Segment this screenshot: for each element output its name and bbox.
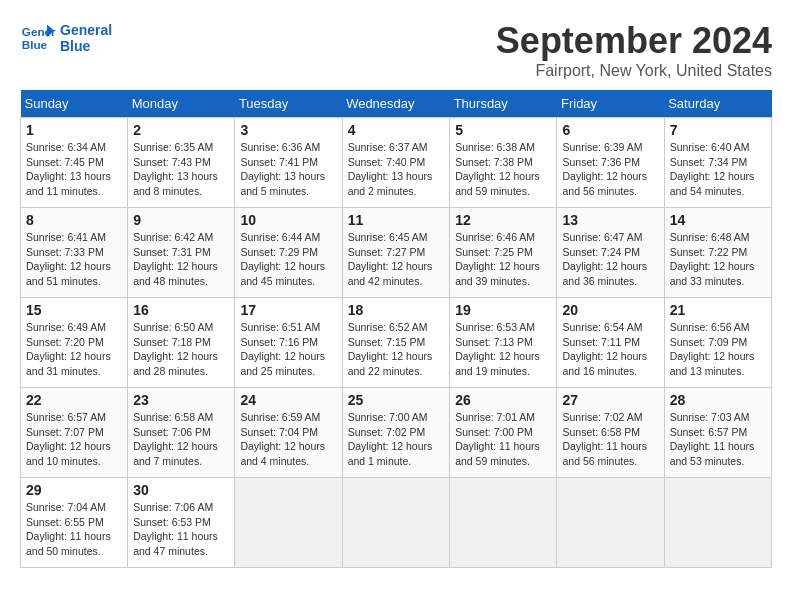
weekday-header-row: SundayMondayTuesdayWednesdayThursdayFrid…	[21, 90, 772, 118]
day-info: Sunrise: 6:50 AM Sunset: 7:18 PM Dayligh…	[133, 320, 229, 379]
calendar-row: 15 Sunrise: 6:49 AM Sunset: 7:20 PM Dayl…	[21, 298, 772, 388]
day-info: Sunrise: 6:59 AM Sunset: 7:04 PM Dayligh…	[240, 410, 336, 469]
calendar-cell: 11 Sunrise: 6:45 AM Sunset: 7:27 PM Dayl…	[342, 208, 450, 298]
day-number: 14	[670, 212, 766, 228]
day-info: Sunrise: 6:44 AM Sunset: 7:29 PM Dayligh…	[240, 230, 336, 289]
day-info: Sunrise: 6:54 AM Sunset: 7:11 PM Dayligh…	[562, 320, 658, 379]
calendar-cell: 17 Sunrise: 6:51 AM Sunset: 7:16 PM Dayl…	[235, 298, 342, 388]
month-title: September 2024	[496, 20, 772, 62]
logo-text: GeneralBlue	[60, 22, 112, 54]
calendar-cell	[450, 478, 557, 568]
day-info: Sunrise: 6:36 AM Sunset: 7:41 PM Dayligh…	[240, 140, 336, 199]
day-number: 1	[26, 122, 122, 138]
day-info: Sunrise: 7:02 AM Sunset: 6:58 PM Dayligh…	[562, 410, 658, 469]
calendar-cell: 27 Sunrise: 7:02 AM Sunset: 6:58 PM Dayl…	[557, 388, 664, 478]
calendar-cell: 25 Sunrise: 7:00 AM Sunset: 7:02 PM Dayl…	[342, 388, 450, 478]
calendar-cell: 29 Sunrise: 7:04 AM Sunset: 6:55 PM Dayl…	[21, 478, 128, 568]
day-number: 23	[133, 392, 229, 408]
weekday-header-cell: Friday	[557, 90, 664, 118]
day-number: 8	[26, 212, 122, 228]
day-number: 6	[562, 122, 658, 138]
page-header: General Blue GeneralBlue September 2024 …	[20, 20, 772, 80]
day-number: 19	[455, 302, 551, 318]
calendar-cell: 8 Sunrise: 6:41 AM Sunset: 7:33 PM Dayli…	[21, 208, 128, 298]
day-number: 18	[348, 302, 445, 318]
weekday-header-cell: Thursday	[450, 90, 557, 118]
day-info: Sunrise: 7:00 AM Sunset: 7:02 PM Dayligh…	[348, 410, 445, 469]
day-number: 22	[26, 392, 122, 408]
weekday-header-cell: Saturday	[664, 90, 771, 118]
day-info: Sunrise: 6:46 AM Sunset: 7:25 PM Dayligh…	[455, 230, 551, 289]
calendar-cell: 9 Sunrise: 6:42 AM Sunset: 7:31 PM Dayli…	[128, 208, 235, 298]
day-info: Sunrise: 6:47 AM Sunset: 7:24 PM Dayligh…	[562, 230, 658, 289]
calendar-cell: 1 Sunrise: 6:34 AM Sunset: 7:45 PM Dayli…	[21, 118, 128, 208]
day-info: Sunrise: 7:04 AM Sunset: 6:55 PM Dayligh…	[26, 500, 122, 559]
day-info: Sunrise: 6:58 AM Sunset: 7:06 PM Dayligh…	[133, 410, 229, 469]
day-info: Sunrise: 6:56 AM Sunset: 7:09 PM Dayligh…	[670, 320, 766, 379]
day-number: 12	[455, 212, 551, 228]
calendar-cell: 6 Sunrise: 6:39 AM Sunset: 7:36 PM Dayli…	[557, 118, 664, 208]
calendar-cell: 20 Sunrise: 6:54 AM Sunset: 7:11 PM Dayl…	[557, 298, 664, 388]
calendar-cell: 19 Sunrise: 6:53 AM Sunset: 7:13 PM Dayl…	[450, 298, 557, 388]
day-number: 11	[348, 212, 445, 228]
logo-icon: General Blue	[20, 20, 56, 56]
calendar-cell: 2 Sunrise: 6:35 AM Sunset: 7:43 PM Dayli…	[128, 118, 235, 208]
day-info: Sunrise: 7:06 AM Sunset: 6:53 PM Dayligh…	[133, 500, 229, 559]
day-number: 9	[133, 212, 229, 228]
svg-text:Blue: Blue	[22, 38, 48, 51]
calendar-cell: 4 Sunrise: 6:37 AM Sunset: 7:40 PM Dayli…	[342, 118, 450, 208]
day-info: Sunrise: 6:35 AM Sunset: 7:43 PM Dayligh…	[133, 140, 229, 199]
day-number: 20	[562, 302, 658, 318]
day-info: Sunrise: 7:01 AM Sunset: 7:00 PM Dayligh…	[455, 410, 551, 469]
calendar-cell: 13 Sunrise: 6:47 AM Sunset: 7:24 PM Dayl…	[557, 208, 664, 298]
calendar-table: SundayMondayTuesdayWednesdayThursdayFrid…	[20, 90, 772, 568]
day-number: 27	[562, 392, 658, 408]
day-info: Sunrise: 6:37 AM Sunset: 7:40 PM Dayligh…	[348, 140, 445, 199]
location: Fairport, New York, United States	[496, 62, 772, 80]
day-number: 24	[240, 392, 336, 408]
calendar-cell: 24 Sunrise: 6:59 AM Sunset: 7:04 PM Dayl…	[235, 388, 342, 478]
calendar-row: 1 Sunrise: 6:34 AM Sunset: 7:45 PM Dayli…	[21, 118, 772, 208]
calendar-cell	[557, 478, 664, 568]
calendar-row: 8 Sunrise: 6:41 AM Sunset: 7:33 PM Dayli…	[21, 208, 772, 298]
day-number: 30	[133, 482, 229, 498]
calendar-cell: 30 Sunrise: 7:06 AM Sunset: 6:53 PM Dayl…	[128, 478, 235, 568]
day-number: 16	[133, 302, 229, 318]
day-number: 7	[670, 122, 766, 138]
calendar-cell: 22 Sunrise: 6:57 AM Sunset: 7:07 PM Dayl…	[21, 388, 128, 478]
day-info: Sunrise: 6:41 AM Sunset: 7:33 PM Dayligh…	[26, 230, 122, 289]
day-number: 25	[348, 392, 445, 408]
calendar-cell: 5 Sunrise: 6:38 AM Sunset: 7:38 PM Dayli…	[450, 118, 557, 208]
day-number: 21	[670, 302, 766, 318]
title-block: September 2024 Fairport, New York, Unite…	[496, 20, 772, 80]
day-info: Sunrise: 6:38 AM Sunset: 7:38 PM Dayligh…	[455, 140, 551, 199]
day-info: Sunrise: 6:57 AM Sunset: 7:07 PM Dayligh…	[26, 410, 122, 469]
weekday-header-cell: Tuesday	[235, 90, 342, 118]
day-number: 13	[562, 212, 658, 228]
calendar-cell: 10 Sunrise: 6:44 AM Sunset: 7:29 PM Dayl…	[235, 208, 342, 298]
day-number: 4	[348, 122, 445, 138]
weekday-header-cell: Sunday	[21, 90, 128, 118]
day-number: 10	[240, 212, 336, 228]
day-info: Sunrise: 6:39 AM Sunset: 7:36 PM Dayligh…	[562, 140, 658, 199]
calendar-cell	[664, 478, 771, 568]
calendar-body: 1 Sunrise: 6:34 AM Sunset: 7:45 PM Dayli…	[21, 118, 772, 568]
day-info: Sunrise: 6:45 AM Sunset: 7:27 PM Dayligh…	[348, 230, 445, 289]
calendar-cell: 23 Sunrise: 6:58 AM Sunset: 7:06 PM Dayl…	[128, 388, 235, 478]
day-number: 5	[455, 122, 551, 138]
day-info: Sunrise: 7:03 AM Sunset: 6:57 PM Dayligh…	[670, 410, 766, 469]
calendar-row: 22 Sunrise: 6:57 AM Sunset: 7:07 PM Dayl…	[21, 388, 772, 478]
calendar-cell: 14 Sunrise: 6:48 AM Sunset: 7:22 PM Dayl…	[664, 208, 771, 298]
day-number: 26	[455, 392, 551, 408]
day-info: Sunrise: 6:52 AM Sunset: 7:15 PM Dayligh…	[348, 320, 445, 379]
day-info: Sunrise: 6:34 AM Sunset: 7:45 PM Dayligh…	[26, 140, 122, 199]
calendar-cell: 15 Sunrise: 6:49 AM Sunset: 7:20 PM Dayl…	[21, 298, 128, 388]
calendar-cell: 7 Sunrise: 6:40 AM Sunset: 7:34 PM Dayli…	[664, 118, 771, 208]
day-number: 17	[240, 302, 336, 318]
calendar-cell: 26 Sunrise: 7:01 AM Sunset: 7:00 PM Dayl…	[450, 388, 557, 478]
day-number: 2	[133, 122, 229, 138]
logo: General Blue GeneralBlue	[20, 20, 112, 56]
weekday-header-cell: Wednesday	[342, 90, 450, 118]
day-info: Sunrise: 6:53 AM Sunset: 7:13 PM Dayligh…	[455, 320, 551, 379]
day-info: Sunrise: 6:42 AM Sunset: 7:31 PM Dayligh…	[133, 230, 229, 289]
